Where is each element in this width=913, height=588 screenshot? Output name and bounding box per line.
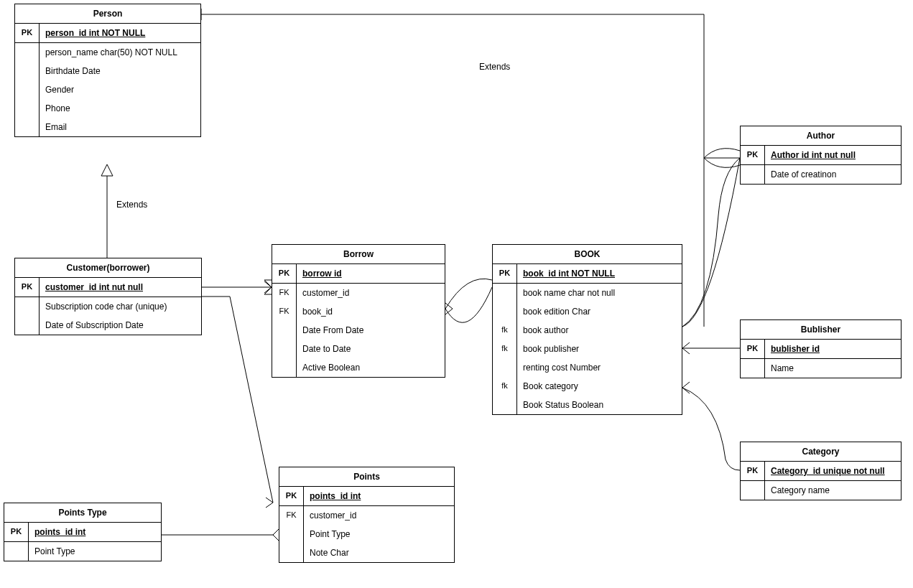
pk-marker: PK <box>741 462 765 480</box>
entity-attr: book_id <box>297 302 445 321</box>
key-col: PK <box>279 487 304 505</box>
entity-title: Person <box>15 4 200 24</box>
key-col <box>272 340 297 358</box>
entity-attr: Date of Subscription Date <box>40 316 201 335</box>
key-col: fk <box>493 340 517 358</box>
key-col: fk <box>493 377 517 396</box>
svg-line-11 <box>445 309 453 314</box>
entity-attr: person_name char(50) NOT NULL <box>40 43 200 62</box>
entity-attr: book edition Char <box>517 302 682 321</box>
entity-attr: Date From Date <box>297 321 445 340</box>
key-col <box>493 358 517 377</box>
entity-title: Customer(borrower) <box>15 258 201 278</box>
entity-attr: Birthdate Date <box>40 62 200 80</box>
svg-line-18 <box>266 498 273 503</box>
entity-attr: Subscription code char (unique) <box>40 297 201 316</box>
entity-attr: book name char not null <box>517 284 682 302</box>
entity-title: Bublisher <box>741 320 901 340</box>
entity-attr: book_id int NOT NULL <box>517 264 682 283</box>
key-col: FK <box>279 506 304 525</box>
entity-attr: Active Boolean <box>297 358 445 377</box>
entity-pk: customer_id int nut null <box>40 278 201 297</box>
entity-author: Author PK Author id int nut null Date of… <box>740 126 902 185</box>
entity-attr: Name <box>765 359 901 378</box>
entity-customer: Customer(borrower) PK customer_id int nu… <box>14 258 202 335</box>
svg-marker-1 <box>101 164 113 176</box>
entity-pk: Category_id unique not null <box>765 462 901 480</box>
entity-attr: book author <box>517 321 682 340</box>
svg-line-16 <box>682 388 690 393</box>
entity-attr: Book category <box>517 377 682 396</box>
entity-person: Person PK person_id int NOT NULL person_… <box>14 4 201 137</box>
svg-line-23 <box>273 535 279 541</box>
entity-title: Points Type <box>4 503 161 523</box>
svg-line-15 <box>682 382 690 388</box>
entity-category: Category PK Category_id unique not null … <box>740 442 902 500</box>
entity-attr: renting cost Number <box>517 358 682 377</box>
entity-attr: Gender <box>40 80 200 99</box>
extends-label-2: Extends <box>478 62 511 72</box>
svg-line-17 <box>230 297 273 503</box>
entity-title: Points <box>279 467 454 487</box>
entity-attr: Book Status Boolean <box>517 396 682 414</box>
entity-points-type: Points Type PK points_id int Point Type <box>4 503 162 561</box>
key-col <box>279 543 304 562</box>
entity-publisher: Bublisher PK bublisher id Name <box>740 319 902 378</box>
key-col <box>279 525 304 543</box>
pk-marker: PK <box>741 340 765 358</box>
key-col: FK <box>272 284 297 302</box>
entity-attr: Date to Date <box>297 340 445 358</box>
entity-title: Category <box>741 442 901 462</box>
key-col: FK <box>272 302 297 321</box>
key-col: fk <box>493 321 517 340</box>
pk-marker: PK <box>741 146 765 164</box>
pk-marker: PK <box>4 523 29 541</box>
svg-line-22 <box>273 529 279 535</box>
pk-marker: PK <box>15 278 40 297</box>
entity-title: BOOK <box>493 245 682 264</box>
key-col <box>272 321 297 340</box>
key-col <box>272 358 297 377</box>
entity-book: BOOK PK book_id int NOT NULL book name c… <box>492 244 682 415</box>
key-col <box>493 396 517 414</box>
extends-label-1: Extends <box>115 200 149 210</box>
entity-pk: points_id int <box>29 523 161 541</box>
svg-line-10 <box>445 303 453 309</box>
key-col <box>493 302 517 321</box>
entity-attr: borrow id <box>297 264 445 283</box>
key-col: PK <box>272 264 297 283</box>
svg-line-8 <box>264 281 272 287</box>
entity-attr: book publisher <box>517 340 682 358</box>
entity-attr: points_id int <box>304 487 454 505</box>
entity-pk: Author id int nut null <box>765 146 901 164</box>
pk-marker: PK <box>15 24 40 42</box>
key-col: PK <box>493 264 517 283</box>
entity-attr: Point Type <box>304 525 454 543</box>
entity-attr: Email <box>40 118 200 136</box>
entity-borrow: Borrow PK borrow id FKcustomer_id FKbook… <box>272 244 445 378</box>
entity-attr: Category name <box>765 481 901 500</box>
svg-line-19 <box>266 503 273 508</box>
entity-title: Borrow <box>272 245 445 264</box>
entity-attr: customer_id <box>297 284 445 302</box>
entity-title: Author <box>741 126 901 146</box>
entity-pk: person_id int NOT NULL <box>40 24 200 42</box>
key-col <box>493 284 517 302</box>
svg-line-13 <box>682 342 690 348</box>
entity-attr: Note Char <box>304 543 454 562</box>
svg-line-9 <box>264 287 272 293</box>
svg-line-14 <box>682 348 690 354</box>
entity-attr: Date of creatinon <box>765 165 901 184</box>
entity-points: Points PK points_id int FKcustomer_id Po… <box>279 467 455 563</box>
entity-attr: Point Type <box>29 542 161 561</box>
entity-pk: bublisher id <box>765 340 901 358</box>
entity-attr: customer_id <box>304 506 454 525</box>
entity-attr: Phone <box>40 99 200 118</box>
